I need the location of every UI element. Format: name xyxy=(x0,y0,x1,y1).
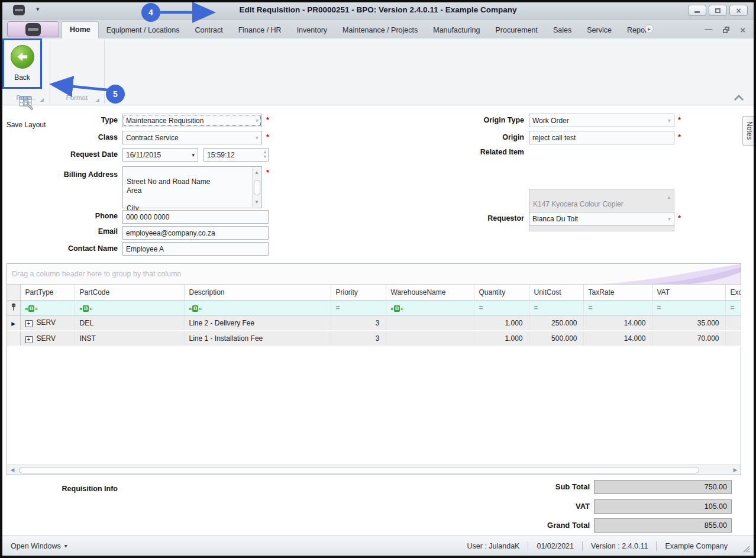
tab-home[interactable]: Home xyxy=(62,21,99,38)
filter-cell-taxrate[interactable]: = xyxy=(583,300,652,315)
group-format-launcher-icon[interactable] xyxy=(96,98,99,102)
col-header-description[interactable]: Description xyxy=(184,285,331,300)
tab-equipment-locations[interactable]: Equipment / Locations xyxy=(99,22,188,38)
grid-group-panel[interactable]: Drag a column header here to group by th… xyxy=(7,264,741,285)
tab-reporting[interactable]: Repor xyxy=(619,22,648,38)
filter-cell-partcode[interactable]: aBc xyxy=(75,300,184,315)
chevron-down-icon[interactable]: ▾ xyxy=(253,117,259,124)
filter-cell-priority[interactable]: = xyxy=(331,300,386,315)
cell-unitcost: 250.000 xyxy=(529,315,583,331)
maximize-button[interactable] xyxy=(709,5,727,16)
cell-description: Line 1 - Installation Fee xyxy=(184,331,331,346)
filter-cell-unitcost[interactable]: = xyxy=(529,300,583,315)
spinner-down-icon[interactable]: ▾ xyxy=(264,154,266,159)
grid-horizontal-scrollbar[interactable]: ◀ ▶ xyxy=(7,465,741,475)
filter-cell-excl[interactable]: = xyxy=(725,300,741,315)
expand-row-icon[interactable]: + xyxy=(25,336,33,343)
filter-cell-parttype[interactable]: aBc xyxy=(20,300,75,315)
col-header-partcode[interactable]: PartCode xyxy=(75,285,184,300)
expand-row-icon[interactable]: + xyxy=(25,320,33,327)
tab-inventory[interactable]: Inventory xyxy=(289,22,335,38)
cell-quantity: 1.000 xyxy=(474,331,529,346)
filter-cell-description[interactable]: aBc xyxy=(184,300,331,315)
ribbon-body: Back Save Layout Proc... xyxy=(2,38,754,105)
notes-side-tab[interactable]: Notes xyxy=(742,116,755,146)
ribbon-group-process[interactable]: Proc... xyxy=(4,90,49,105)
scrollbar-thumb[interactable] xyxy=(254,180,260,195)
sub-total-label: Sub Total xyxy=(476,482,590,491)
col-header-warehousename[interactable]: WarehouseName xyxy=(386,285,474,300)
minimize-button[interactable] xyxy=(688,5,706,16)
calendar-dropdown-icon[interactable]: ▾ xyxy=(189,152,195,158)
tab-manufacturing[interactable]: Manufacturing xyxy=(425,22,487,38)
scroll-up-icon: ▲ xyxy=(667,193,671,202)
scroll-up-icon[interactable]: ▲ xyxy=(254,168,259,177)
close-button[interactable]: × xyxy=(729,5,748,16)
table-row[interactable]: ▶ +SERV DEL Line 2 - Delivery Fee 3 1.00… xyxy=(7,315,741,331)
email-field[interactable]: employeea@company.co.za xyxy=(122,226,269,240)
group-process-label: Proc... xyxy=(16,94,35,101)
vat-field: 105.00 xyxy=(594,499,732,514)
chevron-down-icon: ▾ xyxy=(64,543,67,549)
resize-grip[interactable] xyxy=(742,545,750,553)
phone-field[interactable]: 000 000 0000 xyxy=(122,210,269,224)
col-header-unitcost[interactable]: UnitCost xyxy=(529,285,583,300)
col-header-vat[interactable]: VAT xyxy=(652,285,725,300)
col-header-quantity[interactable]: Quantity xyxy=(474,285,529,300)
origin-field[interactable]: reject call test xyxy=(529,131,674,144)
filter-cell-quantity[interactable]: = xyxy=(474,300,529,315)
billing-address-required-marker: * xyxy=(266,168,269,177)
billing-address-field[interactable]: Street No and Road Name Area City ▲ ▼ xyxy=(122,166,262,208)
filter-cell-warehousename[interactable]: aBc xyxy=(386,300,474,315)
application-menu-button[interactable] xyxy=(7,21,59,37)
group-process-launcher-icon[interactable] xyxy=(40,98,44,102)
ribbon-group-format[interactable]: Format xyxy=(51,90,103,105)
class-field[interactable]: Contract Service ▾ xyxy=(122,131,262,144)
scroll-left-icon[interactable]: ◀ xyxy=(7,467,18,473)
row-indicator-header xyxy=(7,285,20,300)
request-date-field[interactable]: 16/11/2015 ▾ xyxy=(122,148,198,162)
col-header-taxrate[interactable]: TaxRate xyxy=(583,285,652,300)
scrollbar-thumb[interactable] xyxy=(19,467,699,473)
phone-label: Phone xyxy=(7,212,118,220)
tab-sales[interactable]: Sales xyxy=(545,22,579,38)
origin-type-value: Work Order xyxy=(532,117,665,125)
col-header-priority[interactable]: Priority xyxy=(331,285,386,300)
chevron-down-icon[interactable]: ▾ xyxy=(665,215,671,222)
cell-warehousename xyxy=(386,331,474,346)
billing-address-scrollbar[interactable]: ▲ ▼ xyxy=(252,167,261,207)
col-header-excl[interactable]: Excl xyxy=(725,285,741,300)
origin-type-field[interactable]: Work Order ▾ xyxy=(529,114,674,127)
mdi-restore-icon[interactable] xyxy=(723,27,729,33)
mdi-minimize-icon[interactable]: — xyxy=(705,24,712,33)
cell-quantity: 1.000 xyxy=(474,315,529,331)
collapse-ribbon-icon[interactable] xyxy=(734,93,744,104)
scroll-down-icon[interactable]: ▼ xyxy=(254,198,259,207)
mdi-close-icon[interactable]: × xyxy=(740,25,745,35)
chevron-down-icon[interactable]: ▾ xyxy=(665,117,671,124)
col-header-parttype[interactable]: PartType xyxy=(20,285,75,300)
origin-type-required-marker: * xyxy=(678,115,681,124)
table-row[interactable]: +SERV INST Line 1 - Installation Fee 3 1… xyxy=(7,331,741,346)
tab-service[interactable]: Service xyxy=(579,22,619,38)
open-windows-button[interactable]: Open Windows ▾ xyxy=(2,542,67,550)
tab-finance-hr[interactable]: Finance / HR xyxy=(231,22,289,38)
back-button[interactable]: Back xyxy=(2,38,42,89)
filter-pin-icon[interactable] xyxy=(7,300,20,315)
time-spinner[interactable]: ▴▾ xyxy=(264,150,266,159)
filter-cell-vat[interactable]: = xyxy=(652,300,725,315)
scroll-right-icon[interactable]: ▶ xyxy=(730,467,741,473)
tab-scroll-right-icon[interactable]: ▸ xyxy=(645,24,654,33)
requestor-field[interactable]: Bianca Du Toit ▾ xyxy=(529,212,674,225)
related-item-label: Related Item xyxy=(416,147,524,157)
cell-vat: 70.000 xyxy=(652,331,725,346)
tab-procurement[interactable]: Procurement xyxy=(487,22,545,38)
type-field[interactable]: Maintenance Requisition ▾ xyxy=(122,114,262,127)
request-time-field[interactable]: 15:59:12 ▴▾ xyxy=(203,148,269,162)
contact-name-field[interactable]: Employee A xyxy=(122,242,269,256)
chevron-down-icon[interactable]: ▾ xyxy=(253,134,259,141)
grand-total-field: 855.00 xyxy=(594,518,732,533)
requisition-info-label: Requisition Info xyxy=(7,485,118,493)
tab-maintenance-projects[interactable]: Maintenance / Projects xyxy=(335,22,425,38)
tab-contract[interactable]: Contract xyxy=(187,22,230,38)
